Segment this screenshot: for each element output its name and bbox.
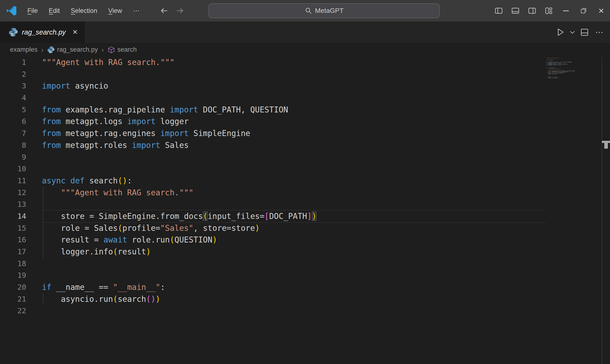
code-line-3[interactable]: 3import asyncio — [0, 80, 610, 92]
line-number[interactable]: 16 — [0, 234, 26, 246]
code-token: search — [554, 78, 557, 78]
code-token — [65, 176, 70, 185]
code-token: logger.info — [546, 73, 554, 74]
code-line-8[interactable]: 8from metagpt.roles import Sales — [0, 139, 610, 151]
code-line-4[interactable]: 4 — [0, 92, 610, 104]
line-number[interactable]: 18 — [0, 258, 26, 270]
python-file-icon — [47, 46, 55, 54]
line-number[interactable]: 11 — [0, 175, 26, 187]
line-number[interactable]: 3 — [0, 80, 26, 92]
code-token: asyncio — [549, 60, 553, 61]
code-token: async — [42, 176, 65, 185]
code-token: role.run — [127, 235, 170, 244]
line-number[interactable]: 1 — [0, 56, 26, 68]
close-window-button[interactable]: ✕ — [592, 0, 610, 21]
menu-view[interactable]: View — [103, 5, 128, 16]
code-token: : — [558, 77, 559, 78]
minimize-button[interactable] — [557, 0, 575, 21]
forward-icon[interactable] — [175, 6, 184, 15]
line-number[interactable]: 20 — [0, 281, 26, 293]
overview-ruler-cursor-marker[interactable] — [602, 141, 610, 143]
line-number[interactable]: 12 — [0, 187, 26, 199]
code-line-19[interactable]: 19 — [0, 269, 610, 281]
line-number[interactable]: 8 — [0, 139, 26, 151]
menu-file[interactable]: File — [22, 5, 43, 16]
overview-ruler-slider[interactable] — [604, 143, 608, 149]
line-number[interactable]: 9 — [0, 151, 26, 163]
code-line-7[interactable]: 7from metagpt.rag.engines import SimpleE… — [0, 128, 610, 139]
run-python-file-button[interactable] — [553, 21, 568, 43]
line-number[interactable]: 13 — [0, 198, 26, 210]
line-number[interactable]: 7 — [0, 128, 26, 139]
line-number[interactable]: 22 — [0, 305, 26, 317]
line-number[interactable]: 5 — [0, 104, 26, 116]
line-number[interactable]: 14 — [0, 210, 26, 222]
toggle-panel-button[interactable] — [507, 0, 524, 21]
code-text — [26, 305, 42, 317]
code-token: ( — [203, 211, 208, 221]
line-number[interactable]: 6 — [0, 116, 26, 128]
code-line-15[interactable]: 15 role = Sales(profile="Sales", store=s… — [0, 222, 610, 234]
code-text: logger.info(result) — [26, 246, 151, 258]
run-dropdown-button[interactable] — [568, 21, 577, 43]
line-number[interactable]: 15 — [0, 222, 26, 234]
customize-layout-button[interactable] — [540, 0, 557, 21]
code-line-22[interactable]: 22 — [0, 305, 610, 317]
code-token: ) — [146, 247, 151, 256]
toggle-primary-sidebar-button[interactable] — [490, 0, 507, 21]
more-actions-button[interactable]: ⋯ — [592, 21, 607, 43]
chevron-right-icon: › — [41, 46, 44, 53]
code-line-13[interactable]: 13 — [0, 198, 610, 210]
code-line-9[interactable]: 9 — [0, 151, 610, 163]
code-line-21[interactable]: 21 asyncio.run(search()) — [0, 293, 610, 305]
code-text — [26, 92, 42, 104]
code-text — [26, 198, 42, 210]
code-text: asyncio.run(search()) — [26, 293, 160, 305]
code-token: SimpleEngine — [561, 64, 568, 65]
code-line-1[interactable]: 1"""Agent with RAG search.""" — [0, 56, 610, 68]
breadcrumb-file[interactable]: rag_search.py — [57, 46, 98, 53]
code-line-14[interactable]: 14 store = SimpleEngine.from_docs(input_… — [0, 210, 610, 222]
code-text: """Agent with RAG search.""" — [26, 187, 194, 199]
code-token: ) — [558, 78, 558, 78]
code-token: def — [70, 176, 85, 185]
code-line-20[interactable]: 20if __name__ == "__main__": — [0, 281, 610, 293]
menu-more[interactable]: ⋯ — [128, 5, 145, 16]
line-number[interactable]: 17 — [0, 246, 26, 258]
line-number[interactable]: 10 — [0, 163, 26, 175]
menu-edit[interactable]: Edit — [43, 5, 65, 16]
code-token: asyncio — [70, 81, 108, 91]
code-line-18[interactable]: 18 — [0, 258, 610, 270]
line-number[interactable]: 2 — [0, 68, 26, 80]
symbol-method-icon — [107, 46, 115, 54]
minimap[interactable]: """Agent with RAG search."""import async… — [546, 58, 590, 79]
code-line-10[interactable]: 10 — [0, 163, 610, 175]
line-number[interactable]: 21 — [0, 293, 26, 305]
code-line-6[interactable]: 6from metagpt.logs import logger — [0, 116, 610, 128]
code-line-2[interactable]: 2 — [0, 68, 610, 80]
menu-selection[interactable]: Selection — [65, 5, 103, 16]
code-line-5[interactable]: 5from examples.rag_pipeline import DOC_P… — [0, 104, 610, 116]
code-token: store = SimpleEngine.from_docs — [42, 211, 203, 221]
vscode-logo-icon — [6, 5, 17, 16]
code-line-11[interactable]: 11async def search(): — [0, 175, 610, 187]
breadcrumb-folder[interactable]: examples — [10, 46, 38, 53]
command-center-search[interactable]: MetaGPT — [208, 3, 440, 18]
code-line-17[interactable]: 17 logger.info(result) — [0, 246, 610, 258]
code-line-16[interactable]: 16 result = await role.run(QUESTION) — [0, 234, 610, 246]
code-token: ) — [557, 73, 557, 74]
back-icon[interactable] — [160, 6, 169, 15]
breadcrumb-symbol[interactable]: search — [117, 46, 137, 53]
line-number[interactable]: 4 — [0, 92, 26, 104]
split-editor-button[interactable] — [577, 21, 592, 43]
tab-close-icon[interactable]: ✕ — [72, 28, 78, 36]
code-token: from — [42, 141, 61, 150]
code-token: [ — [264, 211, 269, 221]
line-number[interactable]: 19 — [0, 269, 26, 281]
code-text: from metagpt.rag.engines import SimpleEn… — [26, 128, 250, 139]
restore-button[interactable] — [575, 0, 592, 21]
toggle-secondary-sidebar-button[interactable] — [524, 0, 540, 21]
tab-rag-search-py[interactable]: rag_search.py ✕ — [0, 21, 85, 43]
code-editor[interactable]: 1"""Agent with RAG search."""23import as… — [0, 56, 610, 364]
code-line-12[interactable]: 12 """Agent with RAG search.""" — [0, 187, 610, 199]
